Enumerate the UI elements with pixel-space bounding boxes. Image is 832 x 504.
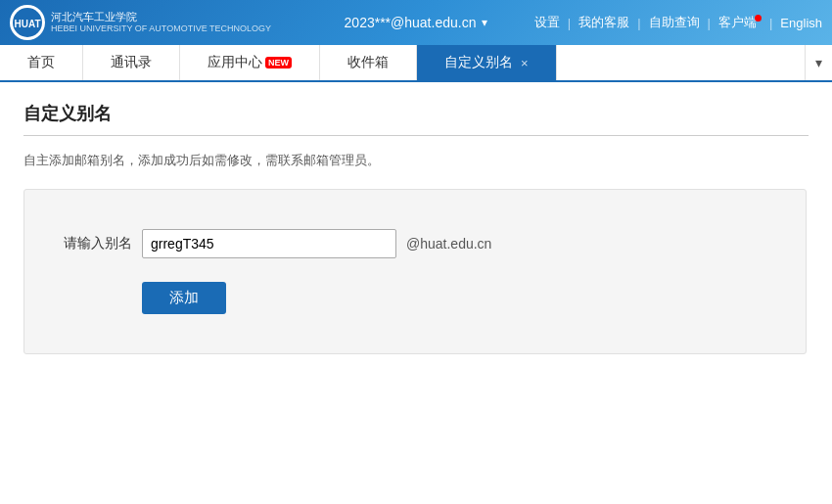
logo-icon: HUAT bbox=[10, 5, 45, 40]
tab-home[interactable]: 首页 bbox=[0, 45, 83, 80]
tab-alias[interactable]: 自定义别名 × bbox=[417, 45, 557, 80]
logo: HUAT 河北汽车工业学院 HEBEI UNIVERSITY OF AUTOMO… bbox=[10, 5, 271, 40]
tab-close-icon[interactable]: × bbox=[521, 56, 529, 70]
chevron-down-icon: ▾ bbox=[815, 55, 822, 70]
tab-inbox[interactable]: 收件箱 bbox=[320, 45, 417, 80]
settings-link[interactable]: 设置 bbox=[534, 14, 560, 31]
header-center: 2023***@huat.edu.cn ▾ bbox=[345, 15, 488, 30]
page-description: 自主添加邮箱别名，添加成功后如需修改，需联系邮箱管理员。 bbox=[23, 152, 809, 169]
new-badge: NEW bbox=[265, 57, 292, 69]
nav-more-button[interactable]: ▾ bbox=[805, 45, 832, 80]
nav-bar: 首页 通讯录 应用中心 NEW 收件箱 自定义别名 × ▾ bbox=[0, 45, 832, 82]
alias-button-row: 添加 bbox=[54, 282, 776, 314]
client-link[interactable]: 客户端 bbox=[718, 14, 762, 31]
header: HUAT 河北汽车工业学院 HEBEI UNIVERSITY OF AUTOMO… bbox=[0, 0, 832, 45]
alias-input-row: 请输入别名 @huat.edu.cn bbox=[54, 229, 776, 258]
email-suffix: @huat.edu.cn bbox=[406, 236, 491, 252]
user-email: 2023***@huat.edu.cn bbox=[345, 15, 477, 30]
page-content: 自定义别名 自主添加邮箱别名，添加成功后如需修改，需联系邮箱管理员。 请输入别名… bbox=[0, 82, 832, 374]
alias-input[interactable] bbox=[142, 229, 396, 258]
tab-contacts[interactable]: 通讯录 bbox=[83, 45, 180, 80]
notification-badge bbox=[755, 15, 762, 22]
page-title: 自定义别名 bbox=[23, 102, 809, 125]
header-nav: 设置 | 我的客服 | 自助查询 | 客户端 | English bbox=[534, 14, 822, 31]
self-query-link[interactable]: 自助查询 bbox=[649, 14, 700, 31]
email-dropdown-icon[interactable]: ▾ bbox=[482, 16, 487, 29]
tab-apps[interactable]: 应用中心 NEW bbox=[180, 45, 320, 80]
logo-text: 河北汽车工业学院 HEBEI UNIVERSITY OF AUTOMOTIVE … bbox=[51, 10, 271, 35]
add-alias-button[interactable]: 添加 bbox=[142, 282, 226, 314]
english-link[interactable]: English bbox=[780, 16, 822, 30]
my-service-link[interactable]: 我的客服 bbox=[578, 14, 629, 31]
alias-form-box: 请输入别名 @huat.edu.cn 添加 bbox=[23, 189, 807, 354]
page-divider bbox=[23, 135, 809, 136]
alias-label: 请输入别名 bbox=[54, 235, 132, 252]
svg-text:HUAT: HUAT bbox=[14, 19, 40, 29]
